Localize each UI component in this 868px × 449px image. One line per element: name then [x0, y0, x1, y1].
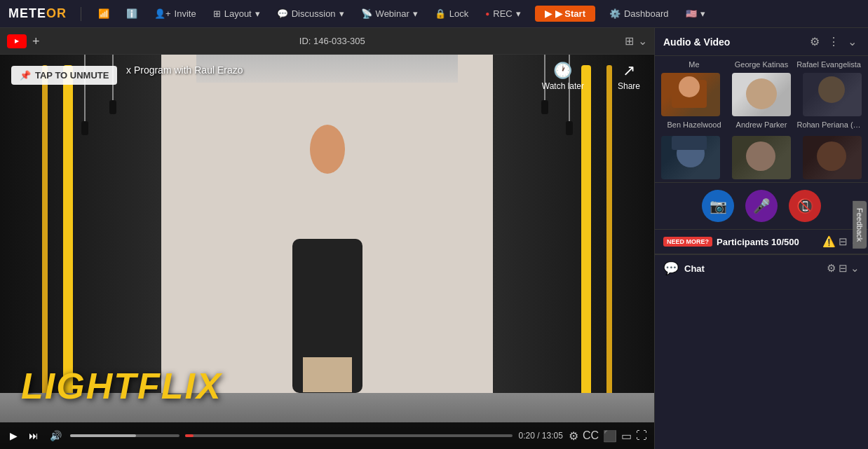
participant-label-ben: Ben Hazelwood	[660, 120, 728, 129]
app-logo: METEOR	[8, 6, 67, 21]
phone-end-icon: 📵	[796, 198, 814, 214]
discussion-chevron-icon: ▾	[339, 8, 344, 19]
nav-divider	[81, 7, 81, 21]
person-add-icon: 👤+	[154, 8, 171, 19]
hanging-light-1	[84, 55, 86, 125]
volume-button[interactable]: 🔊	[47, 429, 65, 443]
chat-icon-wrap: 💬	[663, 261, 679, 276]
lock-button[interactable]: 🔒 Lock	[432, 8, 471, 19]
webinar-icon: 📡	[361, 8, 372, 19]
chat-settings-button[interactable]: ⚙	[827, 262, 836, 275]
webinar-button[interactable]: 📡 Webinar ▾	[358, 8, 421, 19]
invite-button[interactable]: 👤+ Invite	[151, 8, 199, 19]
hanging-light-4-bulb	[541, 100, 548, 114]
video-scene: LIGHTFLIX	[0, 55, 654, 449]
video-title: x Program with Raul Erazo	[126, 64, 243, 76]
right-booth-frame	[581, 65, 591, 438]
participant-label-rohan: Rohan Periana (…	[795, 120, 862, 129]
unmute-pin-icon: 📌	[20, 70, 31, 81]
chat-controls: ⚙ ⊟ ⌄	[827, 262, 860, 275]
hanging-light-2-bulb	[109, 100, 116, 114]
chat-bar: 💬 Chat ⚙ ⊟ ⌄	[655, 254, 868, 282]
participant-george-video	[732, 73, 791, 116]
clock-icon: 🕐	[553, 62, 572, 80]
share-button[interactable]: ↗ Share	[618, 62, 640, 91]
discussion-button[interactable]: 💬 Discussion ▾	[274, 8, 347, 19]
fullscreen-icon[interactable]: ⛶	[636, 429, 647, 442]
volume-fill	[70, 434, 136, 437]
seek-fill	[185, 434, 194, 437]
share-arrow-icon: ↗	[623, 62, 635, 80]
tap-to-unmute-button[interactable]: 📌 TAP TO UNMUTE	[11, 66, 117, 85]
layout-button[interactable]: ⊞ Layout ▾	[210, 8, 263, 19]
collapse-button[interactable]: ⌄	[638, 34, 647, 48]
info-button[interactable]: ℹ️	[123, 8, 140, 19]
chat-collapse-button[interactable]: ⌄	[850, 262, 860, 275]
right-booth	[493, 55, 654, 449]
participants-bar: NEED MORE? Participants 10/500 ⚠️ ⊟ ⌄	[655, 229, 868, 254]
wifi-icon: 📶	[98, 8, 109, 19]
microphone-icon: 🎤	[753, 198, 771, 214]
skip-forward-button[interactable]: ⏭	[26, 429, 41, 443]
add-tab-button[interactable]: +	[32, 35, 40, 48]
feedback-label: Feedback	[855, 207, 864, 241]
person-legs	[303, 357, 352, 392]
settings-icon[interactable]: ⚙	[569, 429, 578, 443]
camera-button[interactable]: 📷	[702, 190, 734, 222]
participant-george	[726, 69, 796, 119]
play-pause-button[interactable]: ▶	[7, 429, 20, 443]
participant-rohan-video	[803, 136, 862, 179]
rec-chevron-icon: ▾	[516, 8, 521, 19]
ctrl-right-icons: ⚙ CC ⬛ ▭ ⛶	[569, 429, 647, 443]
time-display: 0:20 / 13:05	[518, 431, 562, 441]
language-selector[interactable]: 🇺🇸 ▾	[683, 8, 708, 19]
audio-video-title: Audio & Video	[663, 36, 804, 48]
wifi-status: 📶	[95, 8, 112, 19]
grid-view-button[interactable]: ⊞	[625, 34, 634, 48]
top-navigation: METEOR 📶 ℹ️ 👤+ Invite ⊞ Layout ▾ 💬 Discu…	[0, 0, 868, 28]
microphone-button[interactable]: 🎤	[745, 190, 778, 222]
audio-video-settings-button[interactable]: ⚙	[807, 34, 822, 50]
participants-split-button[interactable]: ⊟	[839, 235, 848, 248]
participant-labels-row1: Me George Katinas Rafael Evangelista	[655, 56, 868, 69]
pip-icon[interactable]: ⬛	[603, 429, 617, 443]
layout-chevron-icon: ▾	[255, 8, 260, 19]
lock-icon: 🔒	[435, 8, 446, 19]
flag-icon: 🇺🇸	[686, 8, 697, 19]
chat-split-button[interactable]: ⊟	[839, 262, 848, 275]
participant-ben	[655, 132, 726, 182]
end-call-button[interactable]: 📵	[789, 190, 821, 222]
participant-label-me: Me	[660, 60, 728, 69]
play-icon: ▶	[545, 8, 552, 19]
participant-label-rafael: Rafael Evangelista	[795, 60, 862, 69]
feedback-tab[interactable]: Feedback	[853, 200, 867, 248]
participant-me-video	[661, 73, 720, 116]
cc-icon[interactable]: CC	[583, 429, 599, 442]
watch-later-button[interactable]: 🕐 Watch later	[542, 62, 584, 91]
theater-icon[interactable]: ▭	[621, 429, 632, 443]
audio-video-more-button[interactable]: ⋮	[825, 34, 842, 50]
gear-icon: ⚙️	[609, 8, 621, 19]
rec-dot-icon: ●	[485, 10, 489, 18]
rec-button[interactable]: ● REC ▾	[482, 8, 524, 19]
participant-labels-row2: Ben Hazelwood Andrew Parker Rohan Perian…	[655, 119, 868, 132]
participants-grid-row2	[655, 132, 868, 182]
audio-video-collapse-button[interactable]: ⌄	[845, 34, 860, 50]
video-controls-bar: ▶ ⏭ 🔊 0:20 / 13:05 ⚙ CC ⬛	[0, 422, 654, 449]
toolbar-controls: ⊞ ⌄	[625, 34, 647, 48]
seek-bar[interactable]	[185, 434, 513, 437]
language-chevron-icon: ▾	[700, 8, 705, 19]
participant-label-andrew: Andrew Parker	[728, 120, 795, 129]
dashboard-button[interactable]: ⚙️ Dashboard	[606, 8, 672, 19]
participant-rohan	[797, 132, 868, 182]
hanging-light-1-bulb	[81, 121, 88, 135]
logo-accent: OR	[46, 6, 67, 20]
start-button[interactable]: ▶ ▶ Start	[535, 6, 595, 22]
volume-slider[interactable]	[70, 434, 179, 437]
video-container: LIGHTFLIX 📌 TAP TO UNMUTE x Program with…	[0, 55, 654, 449]
youtube-icon	[7, 34, 27, 48]
lightflix-brand: LIGHTFLIX	[21, 365, 222, 407]
participants-warning-button[interactable]: ⚠️	[822, 235, 836, 248]
right-booth-frame2	[606, 65, 612, 438]
video-section: + ID: 146-033-305 ⊞ ⌄	[0, 28, 654, 449]
